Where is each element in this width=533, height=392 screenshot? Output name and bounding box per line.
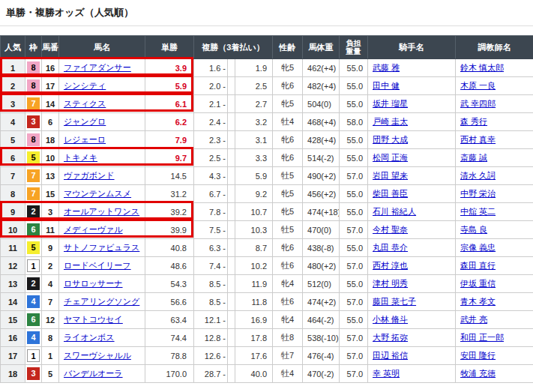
sex-age-cell: 牝6 — [273, 131, 303, 149]
weight-cell: 474(+2) — [303, 293, 340, 311]
place-odds-gap-cell — [228, 221, 235, 239]
trainer-link[interactable]: 武 幸四郎 — [460, 99, 496, 108]
horse-link[interactable]: ロードベイリーフ — [64, 261, 131, 270]
place-odds-low-cell: 8.5 — [194, 275, 228, 293]
rank-cell: 5 — [1, 131, 25, 149]
horse-link[interactable]: メディーヴァル — [64, 225, 123, 234]
place-odds-gap-cell — [228, 95, 235, 113]
jockey-link[interactable]: 大野 拓弥 — [373, 333, 408, 342]
trainer-link[interactable]: 武井 亮 — [460, 315, 487, 324]
horse-link[interactable]: ヴァガボンド — [64, 171, 115, 180]
trainer-link[interactable]: 森田 直行 — [460, 261, 496, 270]
horse-name-cell: ロサロッサーナ — [59, 275, 145, 293]
win-odds-cell: 78.8 — [145, 347, 194, 365]
jockey-link[interactable]: 津村 明秀 — [373, 279, 408, 288]
horse-link[interactable]: ロサロッサーナ — [64, 279, 123, 288]
trainer-link[interactable]: 西村 真幸 — [460, 135, 496, 144]
trainer-link[interactable]: 宗像 義忠 — [460, 243, 496, 252]
jockey-link[interactable]: 石川 裕紀人 — [373, 207, 416, 216]
load-weight-cell: 55.0 — [340, 59, 368, 77]
place-odds-low-cell: 12.6 — [194, 347, 228, 365]
jockey-link[interactable]: 藤田 菜七子 — [373, 297, 416, 306]
header-place: 複勝（3着払い） — [194, 36, 273, 59]
horse-link[interactable]: ジャングロ — [64, 117, 106, 126]
place-odds-low-cell: 7.5 — [194, 221, 228, 239]
jockey-link[interactable]: 今村 聖奈 — [373, 225, 408, 234]
rank-cell: 3 — [1, 95, 25, 113]
jockey-cell: 柴田 善臣 — [368, 185, 456, 203]
trainer-link[interactable]: 安田 隆行 — [460, 351, 496, 360]
horse-link[interactable]: スワーヴシャルル — [64, 351, 131, 360]
trainer-link[interactable]: 鈴木 慎太郎 — [460, 63, 504, 72]
jockey-link[interactable]: 西村 淳也 — [373, 261, 408, 270]
place-odds-low-cell: 2.0 — [194, 77, 228, 95]
odds-table-body: 1 8 16 ファイアダンサー 3.9 1.6 1.9 牝5 462(+4) 5… — [1, 59, 533, 383]
jockey-link[interactable]: 幸 英明 — [373, 369, 400, 378]
horse-name-cell: スワーヴシャルル — [59, 347, 145, 365]
horse-link[interactable]: サトノファビュラス — [64, 243, 139, 252]
jockey-link[interactable]: 団野 大成 — [373, 135, 408, 144]
trainer-link[interactable]: 森 秀行 — [460, 117, 487, 126]
weight-cell: 514(-2) — [303, 149, 340, 167]
trainer-cell: 牧浦 充徳 — [456, 365, 533, 383]
jockey-cell: 田辺 裕信 — [368, 347, 456, 365]
trainer-link[interactable]: 伊坂 重信 — [460, 279, 496, 288]
trainer-link[interactable]: 牧浦 充徳 — [460, 369, 496, 378]
jockey-link[interactable]: 田中 健 — [373, 81, 400, 90]
jockey-cell: 西村 淳也 — [368, 257, 456, 275]
trainer-link[interactable]: 木原 一良 — [460, 81, 496, 90]
table-row: 18 3 5 バンデルオーラ 170.0 28.7 40.0 牡4 470(-2… — [1, 365, 533, 383]
trainer-link[interactable]: 寺島 良 — [460, 225, 487, 234]
jockey-link[interactable]: 岩田 望来 — [373, 171, 408, 180]
jockey-link[interactable]: 武藤 雅 — [373, 63, 400, 72]
trainer-cell: 伊坂 重信 — [456, 275, 533, 293]
trainer-link[interactable]: 中野 栄治 — [460, 189, 496, 198]
bracket-cell: 1 — [25, 257, 42, 275]
win-odds-cell: 6.2 — [145, 113, 194, 131]
rank-cell: 14 — [1, 293, 25, 311]
trainer-link[interactable]: 中舘 英二 — [460, 207, 496, 216]
load-weight-cell: 57.0 — [340, 365, 368, 383]
bracket-badge: 5 — [27, 241, 40, 254]
horse-name-cell: ヴァガボンド — [59, 167, 145, 185]
jockey-link[interactable]: 田辺 裕信 — [373, 351, 408, 360]
horse-number-cell: 13 — [42, 167, 59, 185]
odds-table: 人気 枠 馬番 馬名 単勝 複勝（3着払い） 性齢 馬体重 負担 重量 騎手名 … — [0, 35, 533, 383]
jockey-link[interactable]: 柴田 善臣 — [373, 189, 408, 198]
trainer-link[interactable]: 斎藤 誠 — [460, 153, 487, 162]
bracket-badge: 2 — [27, 205, 40, 218]
sex-age-cell: 牝6 — [273, 149, 303, 167]
horse-link[interactable]: ファイアダンサー — [64, 63, 131, 72]
bracket-cell: 8 — [25, 59, 42, 77]
horse-link[interactable]: バンデルオーラ — [64, 369, 123, 378]
trainer-link[interactable]: 青木 孝文 — [460, 297, 496, 306]
horse-link[interactable]: オールアットワンス — [64, 207, 139, 216]
trainer-cell: 武 幸四郎 — [456, 95, 533, 113]
horse-link[interactable]: シンシティ — [64, 81, 106, 90]
horse-link[interactable]: レジェーロ — [64, 135, 106, 144]
rank-cell: 7 — [1, 167, 25, 185]
horse-link[interactable]: トキメキ — [64, 153, 97, 162]
horse-name-cell: レジェーロ — [59, 131, 145, 149]
jockey-link[interactable]: 丸田 恭介 — [373, 243, 408, 252]
horse-number-cell: 6 — [42, 113, 59, 131]
jockey-cell: 武藤 雅 — [368, 59, 456, 77]
horse-link[interactable]: ライオンボス — [64, 333, 115, 342]
jockey-link[interactable]: 松岡 正海 — [373, 153, 408, 162]
trainer-link[interactable]: 和田 正一郎 — [460, 333, 504, 342]
jockey-cell: 石川 裕紀人 — [368, 203, 456, 221]
horse-link[interactable]: ヤマトコウセイ — [64, 315, 123, 324]
jockey-cell: 岩田 望来 — [368, 167, 456, 185]
trainer-link[interactable]: 清水 久詞 — [460, 171, 496, 180]
horse-link[interactable]: マウンテンムスメ — [64, 189, 131, 198]
table-row: 15 6 12 ヤマトコウセイ 63.4 12.1 16.9 牝4 464(-2… — [1, 311, 533, 329]
horse-number-cell: 10 — [42, 149, 59, 167]
jockey-link[interactable]: 坂井 瑠星 — [373, 99, 408, 108]
horse-link[interactable]: スティクス — [64, 99, 106, 108]
horse-number-cell: 8 — [42, 329, 59, 347]
header-number: 馬番 — [42, 36, 59, 59]
table-row: 10 6 11 メディーヴァル 39.9 7.5 10.3 牡5 470(0) … — [1, 221, 533, 239]
jockey-link[interactable]: 戸崎 圭太 — [373, 117, 408, 126]
jockey-link[interactable]: 小林 脩斗 — [373, 315, 408, 324]
horse-link[interactable]: チェアリングソング — [64, 297, 139, 306]
